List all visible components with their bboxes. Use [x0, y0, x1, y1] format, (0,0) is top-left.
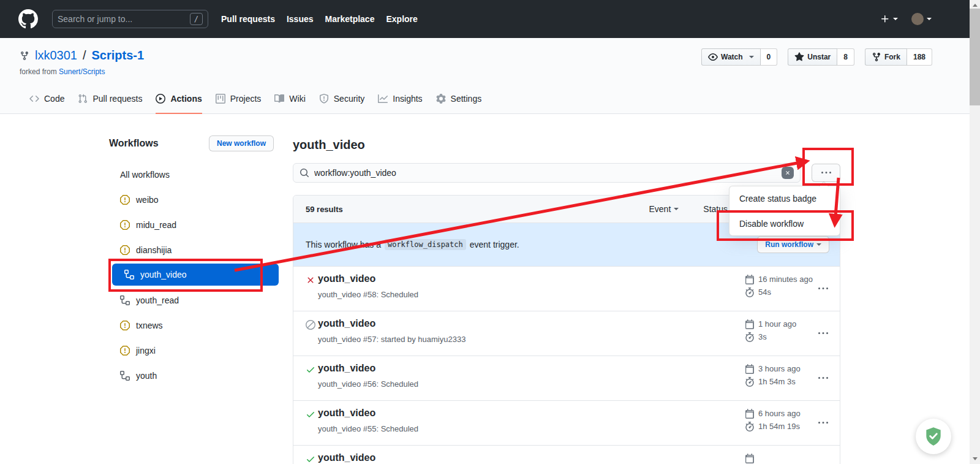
watch-label: Watch — [721, 53, 743, 61]
watch-count[interactable]: 0 — [761, 48, 778, 66]
scrollbar-thumb[interactable] — [970, 9, 980, 105]
sidebar-item-txnews[interactable]: txnews — [109, 313, 282, 338]
fork-count[interactable]: 188 — [907, 48, 932, 66]
stopwatch-icon — [745, 332, 755, 342]
sidebar-item-youth[interactable]: youth — [109, 363, 282, 388]
workflow-label: youth_video — [140, 270, 187, 280]
create-new-button[interactable] — [880, 14, 898, 24]
tab-label: Projects — [230, 94, 262, 104]
sidebar-item-youth-video[interactable]: youth_video — [112, 264, 279, 286]
run-options-button[interactable] — [818, 418, 828, 428]
run-subtitle: youth_video #56: Scheduled — [318, 379, 418, 389]
tab-code[interactable]: Code — [29, 85, 64, 114]
tab-security[interactable]: Security — [319, 85, 365, 114]
run-workflow-button[interactable]: Run workflow — [757, 236, 829, 253]
run-title-link[interactable]: youth_video — [318, 363, 375, 374]
check-icon — [306, 454, 315, 464]
fork-button[interactable]: Fork — [865, 48, 907, 66]
run-options-button[interactable] — [818, 329, 828, 338]
plus-icon — [880, 14, 890, 24]
run-title-link[interactable]: youth_video — [318, 408, 375, 419]
circle-slash-icon — [306, 320, 315, 330]
sidebar-item-dianshijia[interactable]: dianshijia — [109, 237, 282, 262]
run-title-link[interactable]: youth_video — [318, 273, 375, 284]
nav-explore[interactable]: Explore — [386, 14, 417, 24]
run-options-button[interactable] — [818, 373, 828, 383]
global-search-box[interactable]: / — [52, 10, 208, 28]
sidebar-title: Workflows — [109, 138, 159, 149]
run-subtitle: youth_video #57: started by huamiyu2333 — [318, 335, 466, 344]
alert-octagon-icon — [120, 245, 130, 255]
x-failure-icon — [306, 275, 315, 285]
runs-search-input[interactable] — [314, 168, 777, 178]
shield-icon — [319, 94, 329, 104]
check-icon — [306, 409, 315, 419]
event-filter[interactable]: Event — [649, 204, 679, 214]
sidebar-item-all-workflows[interactable]: All workflows — [109, 162, 282, 187]
run-options-button[interactable] — [818, 284, 828, 294]
tab-label: Actions — [170, 94, 202, 104]
tab-projects[interactable]: Projects — [216, 85, 262, 114]
repo-owner-link[interactable]: lxk0301 — [35, 48, 77, 63]
alert-octagon-icon — [120, 220, 130, 230]
chevron-down-icon — [927, 18, 932, 20]
scrollbar[interactable] — [970, 0, 980, 464]
calendar-icon — [745, 275, 755, 284]
chevron-down-icon — [674, 208, 679, 210]
scrollbar-down-arrow[interactable] — [970, 454, 980, 464]
watch-button[interactable]: Watch — [701, 48, 761, 66]
tab-pull-requests[interactable]: Pull requests — [78, 85, 142, 114]
tab-label: Pull requests — [92, 94, 142, 104]
tab-wiki[interactable]: Wiki — [274, 85, 305, 114]
sidebar-item-midu-read[interactable]: midu_read — [109, 212, 282, 237]
fork-label: Fork — [884, 53, 900, 61]
user-menu-button[interactable] — [911, 13, 932, 25]
status-filter-label: Status — [703, 204, 728, 214]
run-row[interactable]: youth_video — [293, 445, 840, 464]
clear-search-button[interactable] — [782, 167, 794, 179]
tab-actions[interactable]: Actions — [156, 85, 202, 114]
sidebar-item-weibo[interactable]: weibo — [109, 187, 282, 212]
results-count: 59 results — [306, 205, 343, 214]
run-workflow-label: Run workflow — [765, 240, 813, 249]
chevron-down-icon — [893, 18, 898, 20]
run-row[interactable]: youth_video youth_video #56: Scheduled 3… — [293, 356, 840, 400]
forked-from-link[interactable]: Sunert/Scripts — [59, 67, 105, 76]
run-row[interactable]: youth_video youth_video #58: Scheduled 1… — [293, 266, 840, 311]
nav-issues[interactable]: Issues — [287, 14, 314, 24]
sidebar-item-youth-read[interactable]: youth_read — [109, 287, 282, 313]
tab-insights[interactable]: Insights — [378, 85, 422, 114]
runs-search-box[interactable] — [293, 163, 801, 183]
slash-shortcut-hint: / — [190, 13, 203, 25]
run-row[interactable]: youth_video youth_video #55: Scheduled 6… — [293, 400, 840, 445]
nav-marketplace[interactable]: Marketplace — [325, 14, 375, 24]
project-icon — [216, 94, 225, 104]
chevron-down-icon — [749, 56, 754, 58]
run-row[interactable]: youth_video youth_video #57: started by … — [293, 311, 840, 356]
new-workflow-button[interactable]: New workflow — [209, 135, 274, 151]
run-meta: 6 hours ago 1h 54m 19s — [745, 407, 801, 433]
play-icon — [156, 94, 165, 104]
tab-label: Security — [334, 94, 365, 104]
nav-pull-requests[interactable]: Pull requests — [221, 14, 275, 24]
workflow-label: jingxi — [136, 346, 156, 356]
workflow-label: midu_read — [136, 220, 176, 230]
chevron-down-icon — [816, 243, 821, 246]
sidebar-item-jingxi[interactable]: jingxi — [109, 338, 282, 363]
adguard-extension-badge[interactable] — [916, 419, 951, 454]
banner-text: This workflow has a — [306, 240, 381, 249]
menu-item-disable-workflow[interactable]: Disable workflow — [729, 211, 840, 235]
repo-header: lxk0301 / Scripts-1 forked from Sunert/S… — [0, 38, 970, 114]
repo-name-link[interactable]: Scripts-1 — [92, 48, 145, 63]
menu-item-create-status-badge[interactable]: Create status badge — [729, 186, 840, 211]
workflow-label: All workflows — [120, 170, 170, 180]
run-title-link[interactable]: youth_video — [318, 452, 375, 463]
star-count[interactable]: 8 — [837, 48, 854, 66]
run-title-link[interactable]: youth_video — [318, 318, 375, 329]
eye-icon — [708, 52, 718, 62]
global-search-input[interactable] — [58, 14, 186, 24]
github-logo-icon[interactable] — [18, 9, 38, 29]
workflow-label: youth_read — [136, 295, 179, 305]
unstar-button[interactable]: Unstar — [788, 48, 837, 66]
tab-settings[interactable]: Settings — [436, 85, 482, 114]
